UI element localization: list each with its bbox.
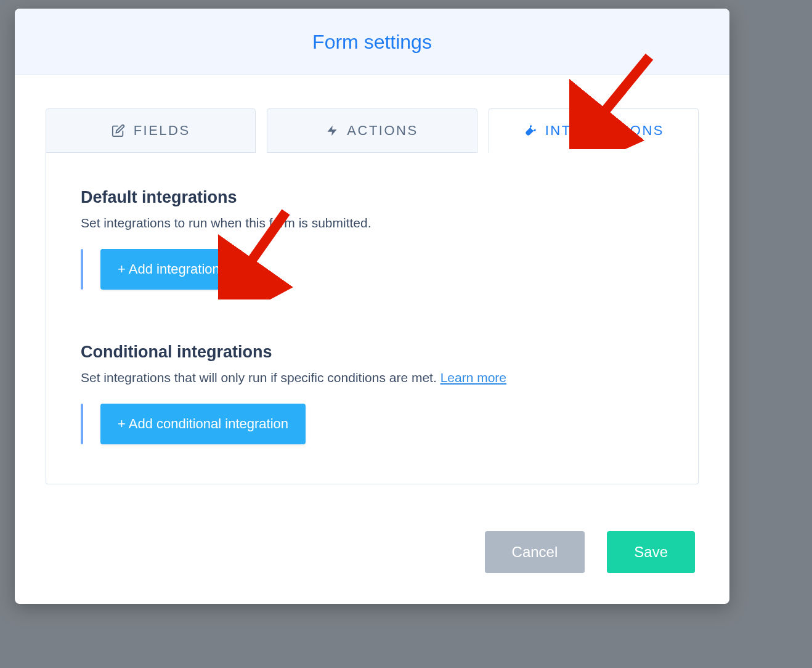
conditional-integrations-title: Conditional integrations (81, 343, 664, 362)
default-integrations-section: Default integrations Set integrations to… (81, 188, 664, 290)
tab-actions-label: ACTIONS (347, 123, 418, 139)
save-button[interactable]: Save (607, 531, 695, 573)
modal-body: FIELDS ACTIONS INTEGRATIONS (15, 75, 729, 515)
conditional-integrations-action-row: + Add conditional integration (81, 404, 664, 444)
conditional-integrations-desc: Set integrations that will only run if s… (81, 370, 664, 385)
plug-icon (523, 124, 537, 137)
tab-fields[interactable]: FIELDS (46, 108, 256, 153)
add-integration-button[interactable]: + Add integration (100, 249, 237, 290)
conditional-integrations-section: Conditional integrations Set integration… (81, 343, 664, 444)
tabs: FIELDS ACTIONS INTEGRATIONS (46, 108, 699, 153)
integrations-panel: Default integrations Set integrations to… (46, 152, 699, 484)
edit-icon (112, 124, 125, 137)
default-integrations-title: Default integrations (81, 188, 664, 207)
lightning-icon (326, 124, 338, 137)
cancel-button[interactable]: Cancel (485, 531, 585, 573)
default-integrations-action-row: + Add integration (81, 249, 664, 290)
learn-more-link[interactable]: Learn more (441, 370, 506, 385)
default-integrations-desc: Set integrations to run when this form i… (81, 216, 664, 230)
modal-header: Form settings (15, 9, 729, 75)
form-settings-modal: Form settings FIELDS ACTIONS (15, 9, 729, 604)
modal-footer: Cancel Save (15, 515, 729, 604)
tab-actions[interactable]: ACTIONS (267, 108, 477, 153)
accent-bar (81, 249, 83, 290)
svg-marker-0 (328, 126, 337, 136)
tab-integrations-label: INTEGRATIONS (545, 123, 664, 139)
accent-bar (81, 404, 83, 444)
tab-integrations[interactable]: INTEGRATIONS (489, 108, 699, 153)
tab-fields-label: FIELDS (134, 123, 190, 139)
add-conditional-integration-button[interactable]: + Add conditional integration (100, 404, 306, 444)
conditional-integrations-desc-text: Set integrations that will only run if s… (81, 370, 441, 385)
modal-title: Form settings (15, 31, 729, 54)
